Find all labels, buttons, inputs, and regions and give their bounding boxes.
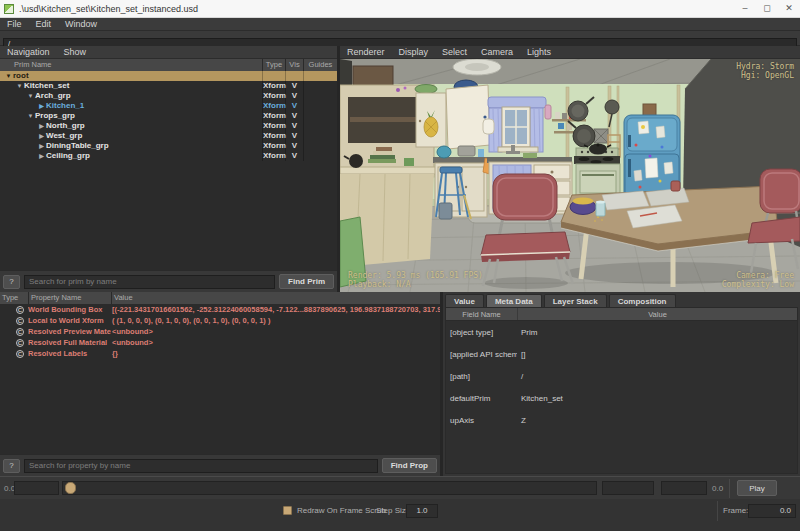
collapse-icon[interactable]: ▼: [4, 71, 13, 81]
tree-row-Props_grp[interactable]: ▼Props_grpXformV: [0, 111, 337, 121]
help-button[interactable]: ?: [3, 459, 20, 473]
menu-camera[interactable]: Camera: [474, 46, 520, 58]
range-end-input[interactable]: [602, 481, 654, 495]
prim-visibility[interactable]: V: [285, 141, 303, 151]
column-field-name[interactable]: Field Name: [446, 308, 517, 320]
prim-name[interactable]: Kitchen_set: [24, 81, 69, 91]
tree-row-root[interactable]: ▼root: [0, 71, 337, 81]
metadata-row[interactable]: defaultPrimKitchen_set: [446, 387, 797, 409]
metadata-row[interactable]: [applied API schemas][]: [446, 343, 797, 365]
property-type-cell: C: [0, 306, 28, 314]
property-row[interactable]: CLocal to World Xform( (1, 0, 0, 0), (0,…: [0, 315, 440, 326]
collapse-icon[interactable]: ▼: [26, 111, 35, 121]
title-bar: .\usd\Kitchen_set\Kitchen_set_instanced.…: [0, 0, 800, 18]
kitchen-3d-scene[interactable]: [340, 59, 800, 292]
viewport-canvas[interactable]: Hydra: StormHgi: OpenGL Render: 5.93 ms …: [340, 59, 800, 292]
expand-icon[interactable]: ▶: [37, 121, 46, 131]
expand-icon[interactable]: ▶: [37, 101, 46, 111]
expand-icon[interactable]: ▶: [37, 131, 46, 141]
menu-display[interactable]: Display: [392, 46, 436, 58]
prim-visibility[interactable]: V: [285, 81, 303, 91]
close-icon[interactable]: ✕: [778, 0, 800, 17]
tree-row-West_grp[interactable]: ▶West_grpXformV: [0, 131, 337, 141]
prim-visibility[interactable]: V: [285, 121, 303, 131]
prim-name[interactable]: North_grp: [46, 121, 85, 131]
prim-visibility[interactable]: V: [285, 151, 303, 161]
maximize-icon[interactable]: ◻: [756, 0, 778, 17]
collapse-icon[interactable]: ▼: [26, 91, 35, 101]
collapse-icon[interactable]: ▼: [15, 81, 24, 91]
property-row[interactable]: CResolved Labels{}: [0, 348, 440, 359]
prim-visibility[interactable]: V: [285, 91, 303, 101]
property-search-input[interactable]: [24, 459, 378, 473]
tab-composition[interactable]: Composition: [609, 294, 676, 307]
minimize-icon[interactable]: –: [734, 0, 756, 17]
tree-row-Kitchen_set[interactable]: ▼Kitchen_setXformV: [0, 81, 337, 91]
window-title: .\usd\Kitchen_set\Kitchen_set_instanced.…: [19, 4, 734, 14]
property-name[interactable]: World Bounding Box: [28, 305, 111, 314]
menu-window[interactable]: Window: [58, 18, 104, 30]
prim-name[interactable]: root: [13, 71, 29, 81]
menu-edit[interactable]: Edit: [29, 18, 59, 30]
find-prop-button[interactable]: Find Prop: [382, 458, 437, 473]
menu-lights[interactable]: Lights: [520, 46, 558, 58]
column-guides[interactable]: Guides: [303, 59, 337, 71]
menu-show[interactable]: Show: [57, 46, 94, 58]
menu-select[interactable]: Select: [435, 46, 474, 58]
viewport-panel: Renderer Display Select Camera Lights: [340, 46, 800, 292]
expand-icon[interactable]: ▶: [37, 151, 46, 161]
frame-slider-handle[interactable]: [65, 482, 76, 494]
property-name[interactable]: Resolved Labels: [28, 349, 111, 358]
property-row[interactable]: CResolved Preview Material<unbound>: [0, 326, 440, 337]
menu-renderer[interactable]: Renderer: [340, 46, 392, 58]
prim-name[interactable]: West_grp: [46, 131, 82, 141]
tree-row-DiningTable_grp[interactable]: ▶DiningTable_grpXformV: [0, 141, 337, 151]
column-prim-name[interactable]: Prim Name: [0, 59, 262, 71]
expand-icon[interactable]: ▶: [37, 141, 46, 151]
range-begin-input[interactable]: [14, 481, 59, 495]
property-name[interactable]: Resolved Full Material: [28, 338, 111, 347]
metadata-row[interactable]: [path]/: [446, 365, 797, 387]
property-row[interactable]: CResolved Full Material<unbound>: [0, 337, 440, 348]
frame-input[interactable]: 0.0: [748, 504, 796, 518]
tree-row-Arch_grp[interactable]: ▼Arch_grpXformV: [0, 91, 337, 101]
help-button[interactable]: ?: [3, 275, 20, 289]
tree-row-North_grp[interactable]: ▶North_grpXformV: [0, 121, 337, 131]
prim-visibility[interactable]: [285, 71, 303, 81]
column-prop-type[interactable]: Type: [0, 292, 28, 304]
tree-row-Kitchen_1[interactable]: ▶Kitchen_1XformV: [0, 101, 337, 111]
stepper-input[interactable]: [661, 481, 707, 495]
column-prop-value[interactable]: Value: [111, 292, 440, 304]
property-value: <unbound>: [111, 338, 440, 347]
column-field-value[interactable]: Value: [517, 308, 797, 320]
prim-name[interactable]: Kitchen_1: [46, 101, 84, 111]
prim-name[interactable]: Ceiling_grp: [46, 151, 90, 161]
prim-visibility[interactable]: V: [285, 111, 303, 121]
prim-visibility[interactable]: V: [285, 101, 303, 111]
tab-value[interactable]: Value: [445, 294, 484, 307]
tree-row-Ceiling_grp[interactable]: ▶Ceiling_grpXformV: [0, 151, 337, 161]
property-row[interactable]: CWorld Bounding Box[(-221.34317016601562…: [0, 304, 440, 315]
redraw-checkbox[interactable]: [283, 506, 292, 515]
step-size-input[interactable]: 1.0: [406, 504, 438, 518]
tab-layer-stack[interactable]: Layer Stack: [544, 294, 607, 307]
metadata-row[interactable]: [object type]Prim: [446, 321, 797, 343]
prim-name[interactable]: DiningTable_grp: [46, 141, 109, 151]
prim-visibility[interactable]: V: [285, 131, 303, 141]
property-name[interactable]: Local to World Xform: [28, 316, 111, 325]
tab-meta-data[interactable]: Meta Data: [486, 294, 542, 307]
property-name[interactable]: Resolved Preview Material: [28, 327, 111, 336]
find-prim-button[interactable]: Find Prim: [279, 274, 334, 289]
column-prop-name[interactable]: Property Name: [28, 292, 111, 304]
column-type[interactable]: Type: [262, 59, 285, 71]
cup: [596, 202, 605, 216]
frame-slider[interactable]: [62, 481, 597, 495]
prim-name[interactable]: Props_grp: [35, 111, 75, 121]
play-button[interactable]: Play: [737, 480, 777, 496]
column-vis[interactable]: Vis: [285, 59, 303, 71]
menu-file[interactable]: File: [0, 18, 29, 30]
prim-search-input[interactable]: [24, 275, 275, 289]
metadata-row[interactable]: upAxisZ: [446, 409, 797, 431]
prim-name[interactable]: Arch_grp: [35, 91, 71, 101]
menu-navigation[interactable]: Navigation: [0, 46, 57, 58]
